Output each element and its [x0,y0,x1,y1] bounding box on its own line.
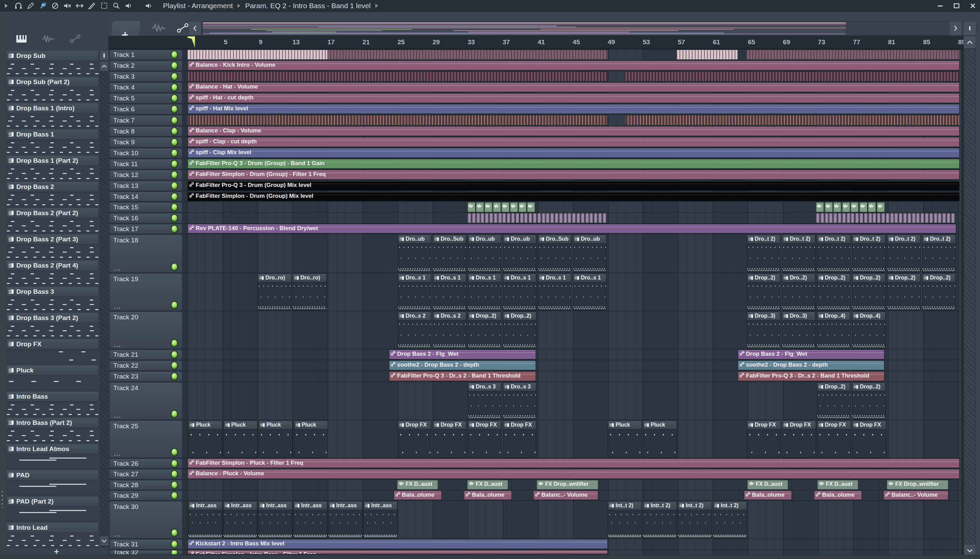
no-snap-icon[interactable] [50,2,60,10]
track-mute-led[interactable] [172,373,177,380]
pattern-strip-clip[interactable] [188,71,607,81]
track-header[interactable]: Track 28 [110,480,182,490]
pattern-clip[interactable]: Dro..s 1 [503,273,536,311]
horizontal-scrollbar[interactable] [201,21,949,35]
pattern-clip[interactable]: Dro..s 2 [433,311,466,349]
pattern-item-bar[interactable]: Intro Lead Atmos [6,443,99,454]
track-header[interactable]: Track 7 [110,115,182,126]
automation-clip[interactable]: Balance - Hat - Volume [188,83,960,92]
audio-clip[interactable] [860,213,863,223]
audio-clip[interactable] [554,213,558,223]
track-header[interactable]: Track 14 [110,192,182,202]
pattern-clip[interactable]: Dro..t 2) [747,235,780,272]
automation-clip[interactable]: spiff - Clap - cut depth [188,137,960,147]
audio-clip[interactable] [860,202,867,212]
track-mute-led[interactable] [172,340,177,347]
track-header[interactable]: Track 22 [110,361,182,371]
pattern-item-bar[interactable]: Drop Bass 1 (Intro) [6,103,99,113]
track-mute-led[interactable] [172,117,177,124]
pattern-item-bar[interactable]: PAD (Part 2) [6,496,99,506]
pattern-item[interactable]: Drop Bass 2 (Part 4) [6,260,99,286]
pattern-clip[interactable]: Pluck [608,420,642,458]
headphones-icon[interactable] [13,2,23,10]
pattern-clip[interactable]: Dro..3) [782,311,815,349]
automation-clip[interactable]: FabFilter Simplon - Drum (Group) Mix lev… [188,192,960,201]
audio-clip[interactable] [485,202,492,212]
pattern-clip[interactable]: Dro..Sub [433,235,466,272]
audio-clip[interactable] [925,213,929,223]
pattern-clip[interactable]: Pluck [294,420,328,458]
audio-clip[interactable] [816,202,824,212]
audio-clip[interactable] [550,213,554,223]
pattern-item-bar[interactable]: Drop Bass 1 [6,129,99,140]
track-mute-led[interactable] [172,541,177,548]
audio-clip[interactable] [868,202,876,212]
breadcrumb-item[interactable]: Param. EQ 2 - Intro Bass - Band 1 level [245,2,371,10]
automation-clip[interactable]: FabFilter Simplon - Intro Bass - Filter … [188,550,608,554]
pattern-item-bar[interactable]: Intro Bass (Part 2) [6,417,99,428]
automation-clip[interactable]: Bala..olume [394,491,442,500]
audio-clip[interactable] [489,213,493,223]
pattern-item[interactable]: Drop Sub [6,50,99,76]
automation-clip[interactable]: Drop Bass 2 - Flg_Wet [738,350,884,359]
audio-clip[interactable] [568,213,571,223]
track-header[interactable]: Track 15 [110,202,182,212]
automation-clip[interactable]: spiff - Hat - cut depth [188,93,960,103]
pattern-strip-clip[interactable] [677,50,738,60]
track-header[interactable]: Track 25... [110,420,182,458]
picker-scrollbar[interactable] [100,50,109,547]
pattern-item-bar[interactable]: Drop Bass 2 [6,182,99,192]
track-header[interactable]: Track 10 [110,148,182,158]
audio-clip[interactable] [516,213,519,223]
scroll-right-button[interactable] [949,21,962,35]
automation-clip[interactable]: Bala..olume [814,491,862,500]
audio-clip[interactable]: FX Drop..wnlifter [887,480,949,490]
pattern-item[interactable]: Drop FX [6,339,99,364]
track-header[interactable]: Track 13 [110,181,182,191]
track-options-dots[interactable]: ... [114,341,121,349]
audio-clip[interactable]: FX D..aust [747,480,788,490]
pattern-item-bar[interactable]: Intro Bass [6,391,99,402]
pattern-clip[interactable]: Dro..s 1 [573,273,606,311]
audio-clip[interactable] [467,202,475,212]
pattern-item-bar[interactable]: Drop Bass 1 (Part 2) [6,155,99,166]
audio-clip[interactable] [881,213,885,223]
audio-clip[interactable] [903,213,907,223]
audio-clip[interactable] [594,213,597,223]
automation-clip[interactable]: soothe2 - Drop Bass 2 - depth [389,361,536,370]
select-icon[interactable] [99,2,109,10]
track-mute-led[interactable] [172,193,177,200]
pattern-clip[interactable]: Drop..2) [852,273,885,311]
audio-clip[interactable] [603,213,606,223]
audio-clip[interactable] [480,213,484,223]
track-header[interactable]: Track 26 [110,458,182,468]
audio-clip[interactable] [890,213,894,223]
automation-view-icon[interactable] [176,22,189,35]
track-mute-led[interactable] [172,128,177,135]
pattern-clip[interactable]: Dro..ub [573,235,606,272]
pattern-item-bar[interactable]: PAD [6,470,99,480]
track-header[interactable]: Track 16 [110,213,182,223]
pattern-strip-clip[interactable] [625,71,960,81]
pattern-clip[interactable]: Dro..ub [468,235,501,272]
track-mute-led[interactable] [172,139,177,146]
pattern-clip[interactable]: Dro..t 2) [782,235,815,272]
pattern-strip-clip[interactable] [188,115,607,125]
pattern-item[interactable]: Intro Lead [6,522,99,548]
pattern-clip[interactable]: Intr..ass [328,501,362,538]
audio-clip[interactable] [942,213,946,223]
track-mute-led[interactable] [172,204,177,211]
audio-clip[interactable] [581,213,585,223]
scroll-up-button[interactable] [964,36,976,49]
pattern-clip[interactable]: Pluck [259,420,293,458]
arrangement-minimap-thumb[interactable] [203,22,846,35]
automation-clip[interactable]: Balanc..- Volume [883,491,949,500]
audio-clip[interactable] [951,213,955,223]
audio-clip[interactable]: FX Drop..wnlifter [536,480,598,490]
pattern-clip[interactable]: Dro..Sub [538,235,571,272]
pattern-clip[interactable]: Int..t 2) [713,501,747,538]
audio-clip[interactable] [589,213,593,223]
pattern-clip[interactable]: Drop FX [817,420,851,458]
track-header[interactable]: Track 20... [110,311,182,349]
breadcrumb-item[interactable]: Playlist - Arrangement [163,2,233,10]
